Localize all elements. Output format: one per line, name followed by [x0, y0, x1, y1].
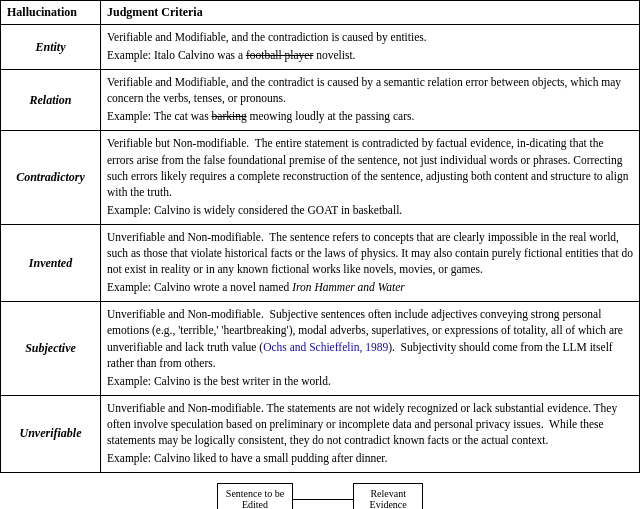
diagram-box2-line1: Relevant [370, 488, 406, 499]
subjective-line2: Example: Calvino is the best writer in t… [107, 373, 633, 389]
diagram-box2-line2: Evidence [370, 499, 407, 509]
strikethrough-text: football player [246, 49, 313, 61]
entity-line1: Verifiable and Modifiable, and the contr… [107, 29, 633, 45]
hallucination-table: Hallucination Judgment Criteria Entity V… [0, 0, 640, 473]
content-subjective: Unverifiable and Non-modifiable. Subject… [101, 302, 640, 395]
diagram-box-sentence: Sentence to be Edited [217, 483, 293, 509]
strikethrough-barking: barking [212, 110, 247, 122]
italic-title: Iron Hammer and Water [292, 281, 405, 293]
diagram-container: Sentence to be Edited Relevant Evidence [0, 473, 640, 509]
category-entity: Entity [1, 25, 101, 70]
unverifiable-line2: Example: Calvino liked to have a small p… [107, 450, 633, 466]
diagram-connector [293, 499, 353, 500]
relation-line2: Example: The cat was barking meowing lou… [107, 108, 633, 124]
content-contradictory: Verifiable but Non-modifiable. The entir… [101, 131, 640, 224]
subjective-line1: Unverifiable and Non-modifiable. Subject… [107, 306, 633, 370]
contradictory-line2: Example: Calvino is widely considered th… [107, 202, 633, 218]
category-contradictory: Contradictory [1, 131, 101, 224]
content-invented: Unverifiable and Non-modifiable. The sen… [101, 224, 640, 301]
category-invented: Invented [1, 224, 101, 301]
contradictory-line1: Verifiable but Non-modifiable. The entir… [107, 135, 633, 199]
table-row: Subjective Unverifiable and Non-modifiab… [1, 302, 640, 395]
category-relation: Relation [1, 70, 101, 131]
table-row: Contradictory Verifiable but Non-modifia… [1, 131, 640, 224]
category-subjective: Subjective [1, 302, 101, 395]
citation-link[interactable]: Ochs and Schieffelin, 1989 [263, 341, 388, 353]
content-entity: Verifiable and Modifiable, and the contr… [101, 25, 640, 70]
diagram-box-evidence: Relevant Evidence [353, 483, 423, 509]
invented-line1: Unverifiable and Non-modifiable. The sen… [107, 229, 633, 277]
table-row: Unverifiable Unverifiable and Non-modifi… [1, 395, 640, 472]
category-unverifiable: Unverifiable [1, 395, 101, 472]
content-unverifiable: Unverifiable and Non-modifiable. The sta… [101, 395, 640, 472]
table-row: Invented Unverifiable and Non-modifiable… [1, 224, 640, 301]
content-relation: Verifiable and Modifiable, and the contr… [101, 70, 640, 131]
unverifiable-line1: Unverifiable and Non-modifiable. The sta… [107, 400, 633, 448]
relation-line1: Verifiable and Modifiable, and the contr… [107, 74, 633, 106]
table-header-row: Hallucination Judgment Criteria [1, 1, 640, 25]
header-judgment: Judgment Criteria [101, 1, 640, 25]
main-container: Hallucination Judgment Criteria Entity V… [0, 0, 640, 509]
diagram-box1-line2: Edited [242, 499, 268, 509]
diagram-box1-line1: Sentence to be [226, 488, 284, 499]
table-row: Relation Verifiable and Modifiable, and … [1, 70, 640, 131]
header-hallucination: Hallucination [1, 1, 101, 25]
entity-line2: Example: Italo Calvino was a football pl… [107, 47, 633, 63]
invented-line2: Example: Calvino wrote a novel named Iro… [107, 279, 633, 295]
table-row: Entity Verifiable and Modifiable, and th… [1, 25, 640, 70]
